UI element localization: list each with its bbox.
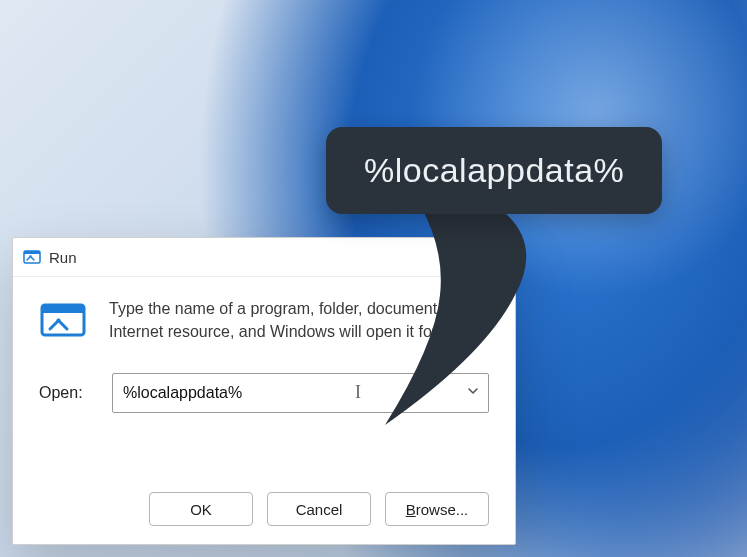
dialog-description: Type the name of a program, folder, docu… bbox=[109, 297, 489, 343]
dialog-button-row: OK Cancel Browse... bbox=[149, 492, 489, 526]
ok-button[interactable]: OK bbox=[149, 492, 253, 526]
svg-rect-3 bbox=[42, 305, 84, 313]
run-dialog: Run Type the name of a program, folder, … bbox=[12, 237, 516, 545]
svg-rect-1 bbox=[24, 251, 40, 254]
callout-text: %localappdata% bbox=[364, 151, 624, 189]
open-combobox[interactable]: I bbox=[112, 373, 489, 413]
browse-button[interactable]: Browse... bbox=[385, 492, 489, 526]
titlebar[interactable]: Run bbox=[13, 238, 515, 277]
dialog-body: Type the name of a program, folder, docu… bbox=[13, 277, 515, 413]
run-large-icon bbox=[39, 299, 87, 341]
desktop-background: Run Type the name of a program, folder, … bbox=[0, 0, 747, 557]
browse-accelerator: B bbox=[406, 501, 416, 518]
run-dialog-icon bbox=[23, 248, 41, 266]
window-title: Run bbox=[49, 249, 77, 266]
browse-label-rest: rowse... bbox=[416, 501, 469, 518]
open-label: Open: bbox=[39, 384, 94, 402]
open-input[interactable] bbox=[113, 374, 488, 412]
cancel-button[interactable]: Cancel bbox=[267, 492, 371, 526]
annotation-callout: %localappdata% bbox=[326, 127, 662, 214]
